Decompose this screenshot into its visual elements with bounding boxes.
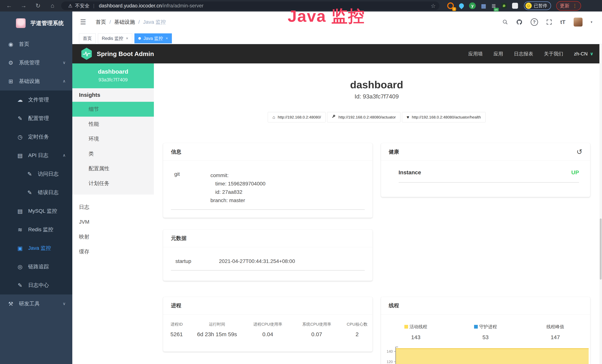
history-icon[interactable]: ↺ [576,148,582,155]
font-size-icon[interactable]: tT [560,19,566,25]
wrench-icon [332,115,336,120]
map-pin-extension-icon[interactable] [459,3,464,8]
github-icon[interactable] [516,19,522,25]
sba-item-mappings[interactable]: 映射 [72,229,154,244]
info-card-header: 信息 [163,143,373,161]
chrome-update-button[interactable]: 更新 ⋮ [556,1,581,11]
leaf-extension-icon[interactable] [501,3,507,9]
sidebar-item-api-logs[interactable]: ▤ API 日志 ∧ [0,146,72,165]
sba-item-classes[interactable]: 类 [72,146,154,161]
process-metric: CPU核心数 2 [342,321,373,337]
breadcrumb-home[interactable]: 首页 [96,19,106,26]
sba-item-logs[interactable]: 日志 [72,200,154,214]
avatar-caret-icon[interactable]: ▾ [591,20,592,24]
sba-item-environment[interactable]: 环境 [72,131,154,146]
process-metric-value: 5261 [163,331,190,337]
warning-icon: ⚠ [68,3,72,9]
screenshot-root: ← → ↻ ⌂ ⚠ 不安全 | dashboard.yudao.iocoder.… [0,0,602,364]
sba-item-scheduled-tasks[interactable]: 计划任务 [72,176,154,191]
sidebar-item-system-management[interactable]: ⚙ 系统管理 ∨ [0,54,72,72]
locale-selector[interactable]: zh-CN ∨ [574,51,593,57]
process-metric: 运行时间 6d 23h 15m 59s [190,321,244,337]
process-metric-value: 0.07 [292,331,342,337]
live-threads-area-series [396,348,589,364]
sba-nav-wallboard[interactable]: 应用墙 [468,51,483,57]
sidebar-item-trace[interactable]: ◎ 链路追踪 [0,257,72,276]
sba-nav-about[interactable]: 关于我们 [544,51,563,57]
close-icon[interactable]: × [166,36,168,41]
tab-redis-monitor[interactable]: Redis 监控 × [98,33,132,43]
back-icon[interactable]: ← [5,2,13,9]
bookmark-star-icon[interactable]: ☆ [431,3,436,9]
refresh-extension-icon[interactable]: 1 [447,2,454,9]
endpoint-buttons: ⌂ http://192.168.0.2:48080/ http://192.1… [154,112,599,122]
sidebar-toggle-icon[interactable]: ☰ [80,18,86,26]
sba-item-metrics[interactable]: 性能 [72,117,154,131]
home-icon[interactable]: ⌂ [49,2,56,9]
kebab-menu-icon[interactable]: ⋮ [572,3,577,9]
close-icon[interactable]: × [126,36,128,41]
switch-extension-icon[interactable]: ≣on [491,3,496,9]
card-title: 元数据 [171,235,186,242]
sba-nav-journal[interactable]: 日志报表 [514,51,533,57]
search-icon[interactable] [502,19,508,25]
sidebar-item-java-monitor[interactable]: ▣ Java 监控 [0,239,72,257]
tab-home[interactable]: 首页 [79,33,96,43]
service-url-button[interactable]: ⌂ http://192.168.0.2:48080/ [268,112,326,122]
reload-icon[interactable]: ↻ [34,2,42,9]
sba-item-caches[interactable]: 缓存 [72,244,154,259]
tab-java-monitor[interactable]: Java 监控 × [134,33,172,43]
breadcrumb-infrastructure[interactable]: 基础设施 [114,19,135,26]
sidebar-item-home[interactable]: ◉ 首页 [0,35,72,54]
sidebar-item-infrastructure[interactable]: ⊞ 基础设施 ∧ [0,72,72,90]
info-line: id: 27aa832 [210,188,266,196]
sidebar-item-file-management[interactable]: ☁ 文件管理 [0,90,72,109]
app-logo-row[interactable]: 芋道管理系统 [0,11,72,35]
actuator-url-button[interactable]: http://192.168.0.2:48080/actuator [327,112,400,122]
info-key: git [171,171,210,204]
sba-item-config-props[interactable]: 配置属性 [72,161,154,176]
puzzle-extensions-icon[interactable] [512,3,518,9]
sidebar-item-mysql-monitor[interactable]: ▤ MySQL 监控 [0,202,72,220]
help-icon[interactable]: ? [531,18,538,26]
sidebar-item-access-logs[interactable]: ✎ 访问日志 [0,165,72,183]
health-url: http://192.168.0.2:48080/actuator/health [412,115,481,119]
sidebar-item-error-logs[interactable]: ✎ 错误日志 [0,183,72,202]
metadata-row: startup 2021-04-27T00:44:31.254+08:00 [171,258,365,270]
info-value-block: commit: time: 1596289704000 id: 27aa832 … [210,171,266,204]
sba-item-jvm[interactable]: JVM [72,214,154,229]
java-monitor-icon: ▣ [17,245,23,251]
sidebar-item-config-management[interactable]: ✎ 配置管理 [0,109,72,128]
health-instance-label: Instance [399,169,421,176]
sidebar-item-redis-monitor[interactable]: ≋ Redis 监控 [0,220,72,239]
sidebar-item-label: Redis 监控 [28,226,53,233]
sidebar-item-dev-tools[interactable]: ⚒ 研发工具 ∨ [0,294,72,313]
page-scrollbar [599,44,602,364]
sba-nav-applications[interactable]: 应用 [494,51,503,57]
legend-item-peak: 线程峰值 147 [520,324,590,341]
y-extension-icon[interactable]: y [469,2,476,9]
sidebar-item-scheduled-tasks[interactable]: ◷ 定时任务 [0,128,72,146]
insights-section-label: Insights [72,88,154,102]
metadata-card: 元数据 startup 2021-04-27T00:44:31.254+08:0… [163,230,373,281]
sidebar-item-label: 配置管理 [28,115,49,122]
sba-brand[interactable]: Spring Boot Admin [81,47,154,60]
url-text[interactable]: dashboard.yudao.iocoder.cn/infra/admin-s… [99,3,203,9]
threads-card-header: 线程 [381,297,590,314]
scrollbar-thumb[interactable] [600,218,602,280]
grid-extension-icon[interactable]: ▦ [481,3,486,9]
health-url-button[interactable]: ♥ http://192.168.0.2:48080/actuator/heal… [402,112,485,122]
instance-header[interactable]: dashboard 93a3fc7f7409 [72,64,154,88]
edit-icon: ✎ [17,115,23,122]
tag-tab-bar: 首页 Redis 监控 × Java 监控 × [72,33,602,44]
sidebar-item-log-center[interactable]: ✎ 日志中心 [0,276,72,294]
legend-value: 147 [520,334,590,341]
security-label[interactable]: 不安全 [75,3,89,9]
profile-paused-badge[interactable]: ☺ 已暂停 [524,1,551,10]
user-avatar[interactable] [574,18,582,27]
fullscreen-icon[interactable] [546,19,552,25]
info-row: git commit: time: 1596289704000 id: 27aa… [171,171,365,210]
forward-icon[interactable]: → [20,2,27,9]
puzzle-shape [512,3,518,9]
sba-item-details[interactable]: 细节 [72,102,154,117]
